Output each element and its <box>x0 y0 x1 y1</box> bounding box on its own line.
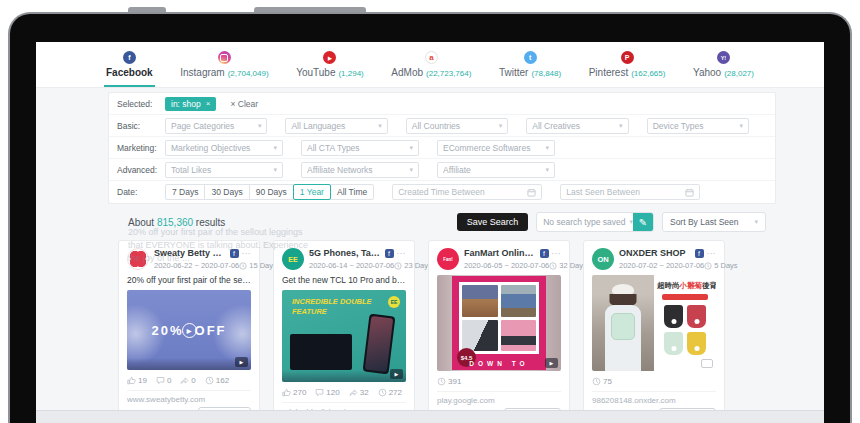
date-1-year-button[interactable]: 1 Year <box>293 184 331 200</box>
sort-dropdown[interactable]: Sort By Last Seen▾ <box>662 212 766 232</box>
ad-text: 20% off your first pair of the sellout l… <box>127 275 251 285</box>
active-tab-underline <box>104 85 155 88</box>
advertiser-name[interactable]: Sweaty Betty London | Wom... <box>154 248 227 258</box>
date-90-days-button[interactable]: 90 Days <box>249 184 294 200</box>
results-count-text: About 815,360 results <box>128 217 225 228</box>
more-options-icon[interactable]: ··· <box>397 249 407 258</box>
network-tabbar: f Facebook Instagram(2,704,049) ▶ YouTub… <box>36 42 824 88</box>
dropdown-languages[interactable]: All Languages▾ <box>285 118 387 134</box>
product-grid <box>657 303 713 357</box>
advertiser-avatar: EE <box>282 248 304 270</box>
filter-row-date: Date: 7 Days 30 Days 90 Days 1 Year All … <box>109 181 775 203</box>
ad-date-range: 2020-06-05 ~ 2020-07-06 <box>464 261 549 270</box>
advertiser-name[interactable]: ONXDER SHOP <box>619 248 692 258</box>
dropdown-ecommerce-softwares[interactable]: ECommerce Softwares▾ <box>437 140 555 156</box>
tab-count: (28,027) <box>724 69 754 78</box>
last-seen-between-input[interactable]: Last Seen Between <box>560 184 700 200</box>
advertiser-avatar <box>127 248 149 270</box>
video-icon: ▶ <box>390 369 403 379</box>
date-30-days-button[interactable]: 30 Days <box>204 184 249 200</box>
dropdown-affiliate-networks[interactable]: Affiliate Networks▾ <box>301 162 419 178</box>
clock-icon <box>239 262 247 270</box>
chevron-down-icon: ▾ <box>258 122 262 130</box>
filter-row-advanced: Advanced: Total Likes▾ Affiliate Network… <box>109 159 775 181</box>
save-search-button[interactable]: Save Search <box>457 213 529 231</box>
dropdown-cta-types[interactable]: All CTA Types▾ <box>301 140 419 156</box>
created-time-between-input[interactable]: Created Time Between <box>392 184 542 200</box>
ad-domain-link[interactable]: www.sweatybetty.com <box>127 390 251 404</box>
dropdown-marketing-objectives[interactable]: Marketing Objectives▾ <box>165 140 283 156</box>
chevron-down-icon: ▾ <box>545 166 549 174</box>
ad-duration: 5 Days <box>704 261 737 270</box>
chevron-down-icon: ▾ <box>409 166 413 174</box>
comment-count: 120 <box>315 388 339 397</box>
ad-creative[interactable]: INCREDIBLE DOUBLE FEATURE EE ▶ <box>282 290 406 382</box>
tab-admob[interactable]: a AdMob(22,723,764) <box>385 42 477 87</box>
saved-search-dropdown[interactable]: No search type saved ▾ ✎ <box>536 212 654 232</box>
advertiser-name[interactable]: 5G Phones, Tablets & SIMs | ... <box>309 248 382 258</box>
ad-duration: 15 Days <box>239 261 277 270</box>
tab-instagram[interactable]: Instagram(2,704,049) <box>174 42 274 87</box>
ad-creative[interactable]: $4.5 DOWN TO ▶ <box>437 275 561 371</box>
ad-duration: 23 Days <box>394 261 432 270</box>
more-options-icon[interactable]: ··· <box>707 249 717 258</box>
ad-creative[interactable]: 超時尚小雛菊後背包 <box>592 275 716 371</box>
chevron-down-icon: ▾ <box>273 166 277 174</box>
chevron-down-icon: ▾ <box>545 144 549 152</box>
tab-yahoo[interactable]: Y! Yahoo(28,027) <box>687 42 760 87</box>
clock-icon <box>394 262 402 270</box>
heat-icon <box>378 388 387 397</box>
tab-twitter[interactable]: t Twitter(78,848) <box>493 42 567 87</box>
app-screen: f Facebook Instagram(2,704,049) ▶ YouTub… <box>36 42 824 423</box>
dropdown-total-likes[interactable]: Total Likes▾ <box>165 162 283 178</box>
ad-results-grid: Sweaty Betty London | Wom... f ··· 2020-… <box>118 240 824 423</box>
ad-card-ee-5g[interactable]: EE 5G Phones, Tablets & SIMs | ... f ···… <box>273 240 415 423</box>
tab-label: AdMob <box>391 67 423 78</box>
advertiser-name[interactable]: FanMart Online Shopping - F... <box>464 248 537 258</box>
dropdown-page-categories[interactable]: Page Categories▾ <box>165 118 267 134</box>
more-options-icon[interactable]: ··· <box>552 249 562 258</box>
tab-pinterest[interactable]: P Pinterest(162,665) <box>583 42 672 87</box>
filter-row-selected: Selected: in: shop× × Clear <box>109 93 775 115</box>
ad-duration: 32 Days <box>549 261 587 270</box>
clear-filters-link[interactable]: × Clear <box>230 99 258 109</box>
tab-count: (2,704,049) <box>228 69 269 78</box>
dropdown-countries[interactable]: All Countries▾ <box>406 118 508 134</box>
ad-stats: 19 0 0 162 <box>127 376 251 385</box>
dropdown-affiliate[interactable]: Affiliate▾ <box>437 162 555 178</box>
edit-pencil-icon[interactable]: ✎ <box>633 212 653 232</box>
date-7-days-button[interactable]: 7 Days <box>165 184 205 200</box>
model-photo <box>592 275 654 371</box>
ad-card-sweaty-betty[interactable]: Sweaty Betty London | Wom... f ··· 2020-… <box>118 240 260 423</box>
chevron-down-icon: ▾ <box>754 218 758 226</box>
product-photo <box>501 320 537 352</box>
ad-domain-link[interactable]: 986208148.onxder.com <box>592 391 716 405</box>
like-count: 19 <box>127 376 147 385</box>
ad-creative[interactable]: 20%▶OFF ▶ <box>127 290 251 370</box>
tv-graphic <box>290 334 352 370</box>
admob-icon: a <box>425 51 438 64</box>
tab-facebook[interactable]: f Facebook <box>100 42 159 87</box>
heat-count: 75 <box>592 377 612 386</box>
ee-logo: EE <box>388 296 400 308</box>
selected-filter-chip[interactable]: in: shop× <box>165 97 216 111</box>
heat-count: 162 <box>205 376 229 385</box>
clock-icon <box>549 262 557 270</box>
ad-domain-link[interactable]: play.google.com <box>437 391 561 405</box>
dropdown-device-types[interactable]: Device Types▾ <box>647 118 749 134</box>
chip-close-icon[interactable]: × <box>206 99 211 108</box>
creative-shade <box>282 370 406 382</box>
product-photo <box>462 320 498 352</box>
product-photo <box>687 305 706 328</box>
heat-icon <box>205 376 214 385</box>
tab-count: (1,294) <box>338 69 363 78</box>
ad-date-range: 2020-07-02 ~ 2020-07-06 <box>619 261 704 270</box>
date-all-time-button[interactable]: All Time <box>330 184 374 200</box>
tab-youtube[interactable]: ▶ YouTube(1,294) <box>290 42 370 87</box>
creative-shade <box>127 358 251 370</box>
ad-card-onxder[interactable]: ON ONXDER SHOP f ··· 2020-07-02 ~ 2020-0… <box>583 240 725 423</box>
dropdown-creatives[interactable]: All Creatives▾ <box>526 118 628 134</box>
ad-card-fanmart[interactable]: Fan! FanMart Online Shopping - F... f ··… <box>428 240 570 423</box>
more-options-icon[interactable]: ··· <box>242 249 252 258</box>
chevron-down-icon: ▾ <box>273 144 277 152</box>
